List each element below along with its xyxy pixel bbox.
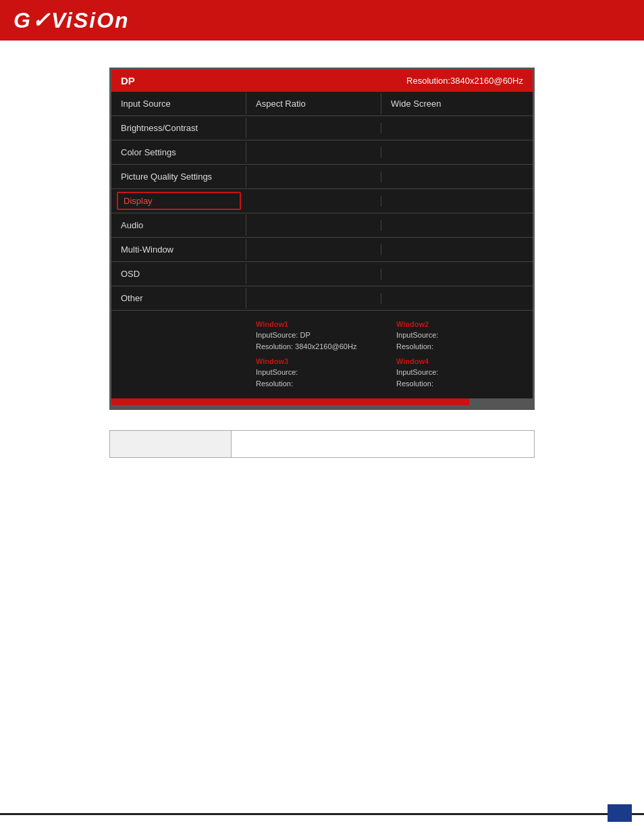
menu-row-audio[interactable]: Audio [111, 213, 533, 238]
window1-title: Window1 [256, 320, 383, 328]
menu-item-audio-mid [246, 220, 381, 231]
footer-line [0, 813, 644, 815]
window3-res-label: Resolution: [256, 380, 293, 388]
menu-item-other[interactable]: Other [111, 288, 246, 309]
bottom-table-right-cell [232, 431, 534, 457]
window1-input-label: InputSource: [256, 331, 298, 339]
menu-row-color[interactable]: Color Settings [111, 140, 533, 165]
menu-item-osd-mid [246, 269, 381, 280]
menu-item-osd[interactable]: OSD [111, 263, 246, 284]
menu-item-color-mid [246, 147, 381, 158]
menu-row-input-source[interactable]: Input Source Aspect Ratio Wide Screen [111, 92, 533, 116]
footer-blue-box [608, 804, 632, 822]
menu-item-aspect-ratio[interactable]: Aspect Ratio [246, 93, 381, 114]
bottom-table [109, 430, 535, 458]
menu-row-other[interactable]: Other [111, 286, 533, 311]
window2-block: Window2 InputSource: Resolution: [396, 320, 523, 352]
menu-item-picture-quality-right [381, 172, 533, 182]
window3-input-label: InputSource: [256, 368, 298, 376]
multiwindow-info-row: Window1 InputSource: DP Resolution: 3840… [111, 311, 533, 398]
osd-panel: DP Resolution:3840x2160@60Hz Input Sourc… [109, 68, 535, 410]
window4-detail: InputSource: Resolution: [396, 367, 523, 389]
menu-row-multiwindow[interactable]: Multi-Window [111, 238, 533, 262]
menu-item-brightness[interactable]: Brightness/Contrast [111, 118, 246, 138]
menu-item-color-right [381, 147, 533, 158]
menu-item-display-mid [246, 196, 381, 207]
menu-item-audio[interactable]: Audio [111, 215, 246, 236]
window1-detail: InputSource: DP Resolution: 3840x2160@60… [256, 330, 383, 352]
menu-item-input-source[interactable]: Input Source [111, 93, 246, 114]
menu-item-picture-quality[interactable]: Picture Quality Settings [111, 166, 246, 187]
header-bar: G✓ViSiOn [0, 0, 644, 41]
window4-block: Window4 InputSource: Resolution: [396, 357, 523, 389]
window3-detail: InputSource: Resolution: [256, 367, 383, 389]
window1-res-value: 3840x2160@60Hz [295, 342, 356, 350]
multiwindow-left-spacer [111, 316, 246, 327]
main-content: DP Resolution:3840x2160@60Hz Input Sourc… [0, 41, 644, 505]
logo-g: G [14, 8, 32, 32]
window1-block: Window1 InputSource: DP Resolution: 3840… [256, 320, 383, 352]
window4-res-label: Resolution: [396, 380, 433, 388]
menu-item-picture-quality-mid [246, 172, 381, 182]
window3-title: Window3 [256, 357, 383, 365]
osd-top-bar: DP Resolution:3840x2160@60Hz [111, 70, 533, 92]
osd-menu-body: Input Source Aspect Ratio Wide Screen Br… [111, 92, 533, 398]
osd-bottom-stripe [111, 405, 533, 408]
menu-row-brightness[interactable]: Brightness/Contrast [111, 116, 533, 140]
multiwindow-info-grid: Window1 InputSource: DP Resolution: 3840… [246, 316, 533, 393]
menu-item-osd-right [381, 269, 533, 280]
menu-item-audio-right [381, 220, 533, 231]
window2-input-label: InputSource: [396, 331, 438, 339]
logo-vision: ViSiOn [51, 8, 130, 32]
osd-bottom-bar [111, 398, 533, 405]
source-name: DP [121, 75, 135, 86]
window4-title: Window4 [396, 357, 523, 365]
menu-row-osd[interactable]: OSD [111, 262, 533, 286]
window3-block: Window3 InputSource: Resolution: [256, 357, 383, 389]
menu-item-multiwindow-right [381, 244, 533, 255]
menu-item-wide-screen: Wide Screen [381, 93, 533, 114]
menu-item-multiwindow[interactable]: Multi-Window [111, 239, 246, 260]
menu-row-display[interactable]: Display [111, 189, 533, 213]
window2-title: Window2 [396, 320, 523, 328]
window2-res-label: Resolution: [396, 342, 433, 350]
window2-detail: InputSource: Resolution: [396, 330, 523, 352]
menu-row-picture-quality[interactable]: Picture Quality Settings [111, 165, 533, 189]
menu-item-other-mid [246, 293, 381, 304]
window4-input-label: InputSource: [396, 368, 438, 376]
bottom-table-left-cell [110, 431, 232, 457]
menu-item-other-right [381, 293, 533, 304]
resolution-display: Resolution:3840x2160@60Hz [406, 76, 523, 86]
menu-item-multiwindow-mid [246, 244, 381, 255]
menu-item-brightness-right [381, 123, 533, 134]
menu-item-color[interactable]: Color Settings [111, 142, 246, 163]
brand-logo: G✓ViSiOn [14, 7, 130, 33]
menu-item-display[interactable]: Display [117, 192, 241, 210]
window1-res-label: Resolution: [256, 342, 293, 350]
logo-check: ✓ [32, 8, 51, 32]
menu-item-display-right [381, 196, 533, 207]
menu-item-brightness-mid [246, 123, 381, 134]
window1-input-value: DP [300, 331, 310, 339]
